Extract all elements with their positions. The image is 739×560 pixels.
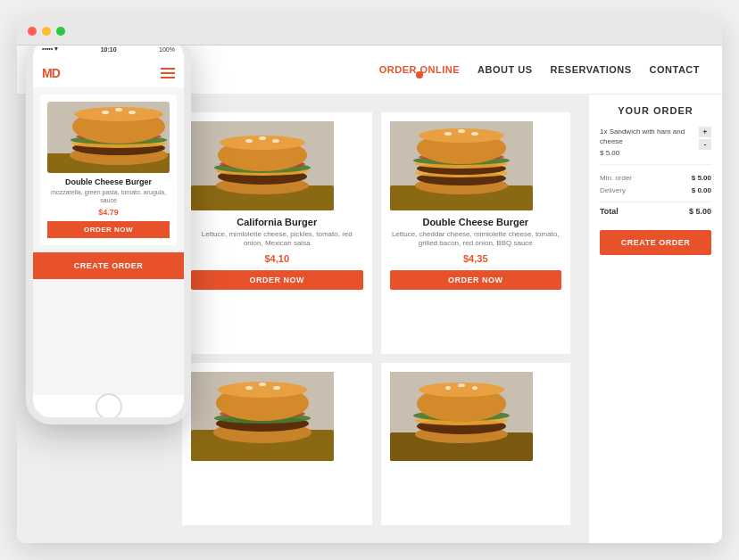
browser-dot-green: [56, 27, 65, 36]
order-sidebar: YOUR ORDER 1x Sandwich with ham and chee…: [588, 95, 722, 543]
total-row: Total $ 5.00: [600, 202, 711, 216]
desktop-create-order-button[interactable]: CREATE ORDER: [600, 230, 711, 255]
mobile-burger-card: Double Cheese Burger mozzarella, green p…: [40, 95, 177, 245]
mobile-burger-price: $4.79: [98, 208, 119, 217]
burger-price-double-cheese: $4,35: [463, 253, 488, 264]
burger-image-california: [191, 121, 363, 210]
svg-point-35: [259, 383, 266, 386]
total-label: Total: [600, 207, 619, 216]
hamburger-line-1: [161, 68, 175, 70]
hamburger-menu-icon[interactable]: [161, 68, 175, 78]
burger-card-california: California Burger Lettuce, mimlolette ch…: [182, 112, 372, 354]
nav-reservations[interactable]: RESERVATIONS: [551, 64, 632, 75]
svg-point-24: [458, 129, 465, 133]
nav-order-online[interactable]: ORDER ONLINE: [379, 64, 460, 75]
min-order-label: Min. order: [600, 174, 632, 182]
mobile-create-order-button[interactable]: CREATE ORDER: [33, 252, 184, 279]
browser-bar: [17, 17, 722, 45]
svg-point-11: [272, 139, 279, 143]
mobile-burger-image: [47, 102, 170, 173]
mobile-nav: MD: [33, 59, 184, 87]
burger-image-double-cheese: [390, 121, 562, 210]
nav-contact[interactable]: CONTACT: [650, 64, 700, 75]
nav-active-dot: [416, 71, 423, 78]
mobile-order-now-button[interactable]: ORDER NOW: [47, 221, 170, 238]
order-item-controls: + -: [699, 127, 711, 150]
nav-about-us[interactable]: ABOUT US: [477, 64, 532, 75]
burger-card-4: [381, 363, 571, 525]
mobile-app: MD: [33, 59, 184, 395]
desktop-nav-links: ORDER ONLINE ABOUT US RESERVATIONS CONTA…: [379, 64, 700, 75]
svg-point-36: [273, 386, 280, 390]
order-item-description: 1x Sandwich with ham and cheese: [600, 127, 694, 146]
phone-signal: ••••• ▾: [42, 45, 58, 53]
svg-point-10: [259, 136, 266, 140]
burger-card-double-cheese: Double Cheese Burger Lettuce, cheddar ch…: [381, 112, 571, 354]
burger-price-california: $4,10: [264, 253, 289, 264]
svg-point-23: [444, 132, 452, 136]
order-title: YOUR ORDER: [600, 105, 711, 116]
min-order-value: $ 5.00: [692, 174, 711, 182]
phone-battery: 100%: [159, 46, 175, 53]
hamburger-line-2: [161, 72, 175, 74]
svg-point-58: [115, 108, 122, 111]
delivery-row: Delivery $ 0.00: [600, 186, 711, 194]
browser-dot-yellow: [42, 27, 51, 36]
svg-point-34: [245, 386, 253, 390]
svg-point-9: [245, 139, 253, 143]
browser-dot-red: [28, 27, 37, 36]
hamburger-line-3: [161, 77, 175, 78]
burger-name-double-cheese: Double Cheese Burger: [422, 217, 528, 227]
burger-name-california: California Burger: [237, 217, 317, 227]
mobile-burger-desc: mozzarella, green pasta, tomato, arugula…: [47, 188, 170, 204]
svg-point-45: [445, 386, 451, 390]
mobile-burger-name: Double Cheese Burger: [65, 177, 152, 186]
phone-time: 10:10: [101, 46, 117, 53]
phone-shell: ••••• ▾ 10:10 100% MD: [26, 45, 191, 424]
qty-increase-button[interactable]: +: [699, 127, 711, 137]
browser-window: MD ORDER ONLINE ABOUT US RESERVATIONS CO…: [17, 17, 722, 543]
mobile-phone-overlay: ••••• ▾ 10:10 100% MD: [26, 45, 191, 424]
svg-point-59: [129, 111, 136, 114]
order-now-california[interactable]: ORDER NOW: [191, 270, 363, 290]
burger-image-4: [390, 372, 562, 461]
burger-card-3: [182, 363, 372, 525]
svg-point-25: [471, 132, 478, 136]
desktop-site: MD ORDER ONLINE ABOUT US RESERVATIONS CO…: [17, 45, 722, 543]
total-value: $ 5.00: [689, 207, 711, 216]
phone-status-bar: ••••• ▾ 10:10 100%: [33, 45, 184, 59]
min-order-row: Min. order $ 5.00: [600, 174, 711, 182]
delivery-value: $ 0.00: [692, 186, 711, 194]
svg-point-57: [102, 111, 109, 114]
order-item-price: $ 5.00: [600, 149, 694, 157]
svg-point-47: [472, 386, 477, 390]
burger-image-3: [191, 372, 363, 461]
phone-home-indicator: [33, 395, 184, 417]
burger-desc-double-cheese: Lettuce, cheddar cheese, mimlolette chee…: [390, 230, 562, 249]
order-item: 1x Sandwich with ham and cheese $ 5.00 +…: [600, 127, 711, 165]
home-button[interactable]: [95, 393, 122, 420]
order-now-double-cheese[interactable]: ORDER NOW: [390, 270, 562, 290]
mobile-content: Double Cheese Burger mozzarella, green p…: [33, 87, 184, 395]
delivery-label: Delivery: [600, 186, 626, 194]
mobile-logo: MD: [42, 66, 60, 80]
svg-point-46: [458, 383, 465, 387]
qty-decrease-button[interactable]: -: [699, 139, 711, 150]
burger-desc-california: Lettuce, mimlolette cheese, pickles, tom…: [191, 230, 363, 249]
